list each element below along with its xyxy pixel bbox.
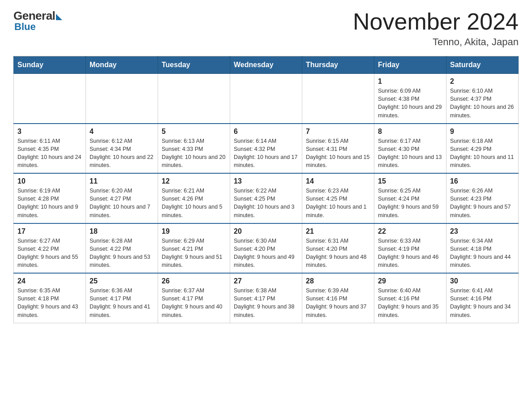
calendar-cell: 23Sunrise: 6:34 AMSunset: 4:18 PMDayligh… — [446, 223, 519, 274]
day-info: Sunrise: 6:30 AMSunset: 4:20 PMDaylight:… — [234, 237, 298, 270]
day-info: Sunrise: 6:29 AMSunset: 4:21 PMDaylight:… — [162, 237, 226, 270]
calendar-cell: 26Sunrise: 6:37 AMSunset: 4:17 PMDayligh… — [158, 273, 230, 323]
title-area: November 2024 Tenno, Akita, Japan — [353, 9, 519, 48]
day-number: 22 — [378, 227, 442, 235]
day-number: 3 — [17, 128, 82, 136]
week-row-1: 1Sunrise: 6:09 AMSunset: 4:38 PMDaylight… — [14, 74, 519, 124]
calendar-cell: 17Sunrise: 6:27 AMSunset: 4:22 PMDayligh… — [14, 223, 86, 274]
weekday-header-saturday: Saturday — [446, 56, 519, 74]
day-info: Sunrise: 6:35 AMSunset: 4:18 PMDaylight:… — [17, 287, 82, 319]
calendar-cell: 4Sunrise: 6:12 AMSunset: 4:34 PMDaylight… — [86, 124, 158, 174]
calendar-cell — [14, 74, 86, 124]
calendar-cell: 11Sunrise: 6:20 AMSunset: 4:27 PMDayligh… — [86, 173, 158, 223]
day-number: 16 — [450, 177, 515, 185]
weekday-header-wednesday: Wednesday — [230, 56, 302, 74]
day-info: Sunrise: 6:33 AMSunset: 4:19 PMDaylight:… — [378, 237, 442, 270]
calendar-cell: 10Sunrise: 6:19 AMSunset: 4:28 PMDayligh… — [14, 173, 86, 223]
day-info: Sunrise: 6:27 AMSunset: 4:22 PMDaylight:… — [17, 237, 82, 270]
day-number: 11 — [90, 177, 154, 185]
calendar-cell: 6Sunrise: 6:14 AMSunset: 4:32 PMDaylight… — [230, 124, 302, 174]
day-number: 12 — [162, 177, 226, 185]
month-title: November 2024 — [353, 9, 519, 34]
week-row-5: 24Sunrise: 6:35 AMSunset: 4:18 PMDayligh… — [14, 273, 519, 323]
day-info: Sunrise: 6:28 AMSunset: 4:22 PMDaylight:… — [90, 237, 154, 270]
day-number: 5 — [162, 128, 226, 136]
day-info: Sunrise: 6:19 AMSunset: 4:28 PMDaylight:… — [17, 187, 82, 219]
calendar-cell: 1Sunrise: 6:09 AMSunset: 4:38 PMDaylight… — [374, 74, 446, 124]
day-number: 14 — [306, 177, 370, 185]
day-number: 8 — [378, 128, 442, 136]
day-number: 6 — [234, 128, 298, 136]
day-number: 1 — [378, 77, 442, 86]
day-number: 15 — [378, 177, 442, 185]
calendar-cell: 7Sunrise: 6:15 AMSunset: 4:31 PMDaylight… — [302, 124, 374, 174]
logo-triangle-icon — [56, 14, 62, 20]
day-number: 27 — [234, 277, 298, 285]
day-number: 18 — [90, 227, 154, 235]
day-info: Sunrise: 6:34 AMSunset: 4:18 PMDaylight:… — [450, 237, 515, 270]
day-info: Sunrise: 6:39 AMSunset: 4:16 PMDaylight:… — [306, 287, 370, 319]
calendar-cell: 20Sunrise: 6:30 AMSunset: 4:20 PMDayligh… — [230, 223, 302, 274]
calendar-cell: 29Sunrise: 6:40 AMSunset: 4:16 PMDayligh… — [374, 273, 446, 323]
calendar-cell: 16Sunrise: 6:26 AMSunset: 4:23 PMDayligh… — [446, 173, 519, 223]
calendar-cell: 14Sunrise: 6:23 AMSunset: 4:25 PMDayligh… — [302, 173, 374, 223]
day-number: 2 — [450, 77, 515, 86]
calendar-cell: 9Sunrise: 6:18 AMSunset: 4:29 PMDaylight… — [446, 124, 519, 174]
day-number: 7 — [306, 128, 370, 136]
day-number: 29 — [378, 277, 442, 285]
day-number: 25 — [90, 277, 154, 285]
day-info: Sunrise: 6:31 AMSunset: 4:20 PMDaylight:… — [306, 237, 370, 270]
logo-blue-text: Blue — [14, 21, 36, 33]
day-info: Sunrise: 6:18 AMSunset: 4:29 PMDaylight:… — [450, 137, 515, 170]
day-info: Sunrise: 6:14 AMSunset: 4:32 PMDaylight:… — [234, 137, 298, 170]
day-info: Sunrise: 6:36 AMSunset: 4:17 PMDaylight:… — [90, 287, 154, 319]
weekday-header-tuesday: Tuesday — [158, 56, 230, 74]
day-info: Sunrise: 6:15 AMSunset: 4:31 PMDaylight:… — [306, 137, 370, 170]
calendar-cell: 30Sunrise: 6:41 AMSunset: 4:16 PMDayligh… — [446, 273, 519, 323]
day-info: Sunrise: 6:20 AMSunset: 4:27 PMDaylight:… — [90, 187, 154, 219]
day-number: 17 — [17, 227, 82, 235]
day-number: 23 — [450, 227, 515, 235]
day-number: 13 — [234, 177, 298, 185]
calendar-cell — [302, 74, 374, 124]
calendar-cell: 8Sunrise: 6:17 AMSunset: 4:30 PMDaylight… — [374, 124, 446, 174]
calendar-cell: 22Sunrise: 6:33 AMSunset: 4:19 PMDayligh… — [374, 223, 446, 274]
calendar-table: SundayMondayTuesdayWednesdayThursdayFrid… — [13, 56, 519, 323]
calendar-cell: 18Sunrise: 6:28 AMSunset: 4:22 PMDayligh… — [86, 223, 158, 274]
day-number: 21 — [306, 227, 370, 235]
page-header: General Blue November 2024 Tenno, Akita,… — [13, 9, 519, 48]
day-info: Sunrise: 6:22 AMSunset: 4:25 PMDaylight:… — [234, 187, 298, 219]
day-info: Sunrise: 6:10 AMSunset: 4:37 PMDaylight:… — [450, 87, 515, 120]
day-info: Sunrise: 6:09 AMSunset: 4:38 PMDaylight:… — [378, 87, 442, 120]
day-number: 28 — [306, 277, 370, 285]
location-text: Tenno, Akita, Japan — [353, 36, 519, 48]
calendar-cell: 28Sunrise: 6:39 AMSunset: 4:16 PMDayligh… — [302, 273, 374, 323]
weekday-header-row: SundayMondayTuesdayWednesdayThursdayFrid… — [14, 56, 519, 74]
day-info: Sunrise: 6:41 AMSunset: 4:16 PMDaylight:… — [450, 287, 515, 319]
day-number: 19 — [162, 227, 226, 235]
day-info: Sunrise: 6:21 AMSunset: 4:26 PMDaylight:… — [162, 187, 226, 219]
day-number: 9 — [450, 128, 515, 136]
logo: General Blue — [13, 9, 62, 33]
day-number: 20 — [234, 227, 298, 235]
day-info: Sunrise: 6:23 AMSunset: 4:25 PMDaylight:… — [306, 187, 370, 219]
day-info: Sunrise: 6:12 AMSunset: 4:34 PMDaylight:… — [90, 137, 154, 170]
week-row-3: 10Sunrise: 6:19 AMSunset: 4:28 PMDayligh… — [14, 173, 519, 223]
weekday-header-friday: Friday — [374, 56, 446, 74]
day-info: Sunrise: 6:17 AMSunset: 4:30 PMDaylight:… — [378, 137, 442, 170]
day-info: Sunrise: 6:11 AMSunset: 4:35 PMDaylight:… — [17, 137, 82, 170]
calendar-cell: 5Sunrise: 6:13 AMSunset: 4:33 PMDaylight… — [158, 124, 230, 174]
week-row-2: 3Sunrise: 6:11 AMSunset: 4:35 PMDaylight… — [14, 124, 519, 174]
calendar-cell: 2Sunrise: 6:10 AMSunset: 4:37 PMDaylight… — [446, 74, 519, 124]
day-info: Sunrise: 6:40 AMSunset: 4:16 PMDaylight:… — [378, 287, 442, 319]
week-row-4: 17Sunrise: 6:27 AMSunset: 4:22 PMDayligh… — [14, 223, 519, 274]
calendar-cell: 27Sunrise: 6:38 AMSunset: 4:17 PMDayligh… — [230, 273, 302, 323]
calendar-cell: 24Sunrise: 6:35 AMSunset: 4:18 PMDayligh… — [14, 273, 86, 323]
day-info: Sunrise: 6:26 AMSunset: 4:23 PMDaylight:… — [450, 187, 515, 219]
weekday-header-sunday: Sunday — [14, 56, 86, 74]
day-number: 10 — [17, 177, 82, 185]
day-info: Sunrise: 6:13 AMSunset: 4:33 PMDaylight:… — [162, 137, 226, 170]
day-info: Sunrise: 6:38 AMSunset: 4:17 PMDaylight:… — [234, 287, 298, 319]
calendar-cell: 3Sunrise: 6:11 AMSunset: 4:35 PMDaylight… — [14, 124, 86, 174]
weekday-header-thursday: Thursday — [302, 56, 374, 74]
